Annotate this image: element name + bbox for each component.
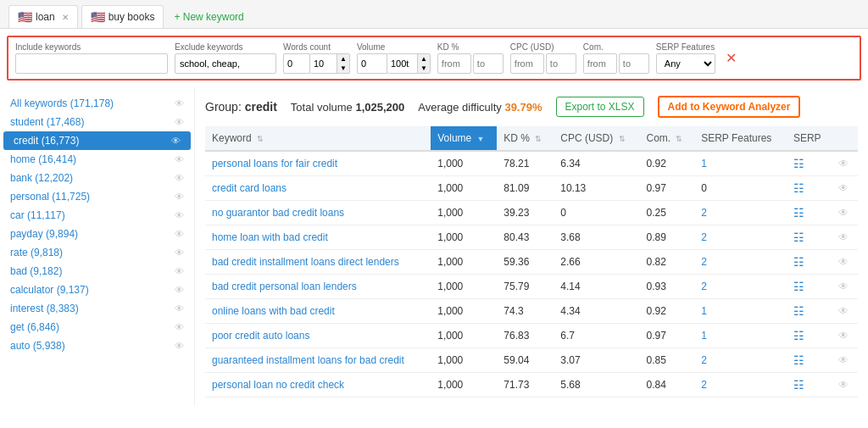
eye-icon-row-1[interactable]: 👁 bbox=[838, 182, 849, 194]
words-up[interactable]: ▲ bbox=[337, 54, 349, 64]
serp-features-link-4[interactable]: 2 bbox=[701, 256, 707, 268]
eye-icon-home[interactable]: 👁 bbox=[175, 154, 184, 164]
sidebar-item-student[interactable]: student (17,468) 👁 bbox=[0, 113, 194, 131]
eye-icon-personal[interactable]: 👁 bbox=[175, 192, 184, 202]
eye-icon-row-9[interactable]: 👁 bbox=[838, 379, 849, 391]
sidebar-item-home[interactable]: home (16,414) 👁 bbox=[0, 150, 194, 169]
com-from-input[interactable] bbox=[583, 53, 617, 74]
eye-icon-row-4[interactable]: 👁 bbox=[838, 256, 849, 268]
kd-from-input[interactable] bbox=[437, 53, 471, 74]
cell-eye-7[interactable]: 👁 bbox=[832, 324, 858, 348]
words-spinner[interactable]: ▲ ▼ bbox=[337, 53, 350, 74]
serp-doc-icon-9[interactable]: ☷ bbox=[793, 378, 804, 392]
sidebar-item-auto[interactable]: auto (5,938) 👁 bbox=[0, 336, 194, 355]
cpc-from-input[interactable] bbox=[510, 53, 544, 74]
serp-features-link-3[interactable]: 2 bbox=[701, 231, 707, 243]
volume-from-input[interactable] bbox=[357, 53, 387, 74]
cell-eye-6[interactable]: 👁 bbox=[832, 299, 858, 324]
serp-features-link-6[interactable]: 1 bbox=[701, 305, 707, 317]
close-tab-loan[interactable]: ✕ bbox=[62, 13, 69, 22]
eye-icon-bad[interactable]: 👁 bbox=[175, 266, 184, 276]
volume-to-input[interactable] bbox=[387, 53, 418, 74]
sidebar-item-payday[interactable]: payday (9,894) 👁 bbox=[0, 225, 194, 243]
add-to-analyzer-button[interactable]: Add to Keyword Analyzer bbox=[658, 96, 801, 118]
serp-doc-icon-0[interactable]: ☷ bbox=[793, 157, 804, 170]
keyword-link-8[interactable]: guaranteed installment loans for bad cre… bbox=[212, 354, 404, 366]
cell-eye-0[interactable]: 👁 bbox=[832, 151, 858, 176]
keyword-link-0[interactable]: personal loans for fair credit bbox=[212, 158, 337, 170]
serp-doc-icon-1[interactable]: ☷ bbox=[793, 181, 804, 195]
sidebar-item-interest[interactable]: interest (8,383) 👁 bbox=[0, 299, 194, 318]
serp-doc-icon-4[interactable]: ☷ bbox=[793, 255, 804, 269]
volume-down[interactable]: ▼ bbox=[418, 64, 430, 73]
serp-doc-icon-2[interactable]: ☷ bbox=[793, 206, 804, 220]
cell-eye-9[interactable]: 👁 bbox=[832, 373, 858, 397]
keyword-link-4[interactable]: bad credit installment loans direct lend… bbox=[212, 256, 399, 268]
sidebar-item-personal[interactable]: personal (11,725) 👁 bbox=[0, 187, 194, 206]
keyword-link-1[interactable]: credit card loans bbox=[212, 182, 287, 194]
words-down[interactable]: ▼ bbox=[337, 64, 349, 73]
keyword-link-6[interactable]: online loans with bad credit bbox=[212, 305, 335, 317]
col-cpc[interactable]: CPC (USD) ⇅ bbox=[554, 126, 639, 151]
serp-features-link-1[interactable]: 0 bbox=[701, 182, 707, 194]
keyword-link-3[interactable]: home loan with bad credit bbox=[212, 231, 328, 243]
cell-eye-4[interactable]: 👁 bbox=[832, 250, 858, 275]
exclude-keywords-input[interactable] bbox=[175, 53, 276, 74]
eye-icon-credit[interactable]: 👁 bbox=[171, 136, 181, 146]
serp-doc-icon-6[interactable]: ☷ bbox=[793, 304, 804, 318]
sidebar-item-credit[interactable]: credit (16,773) 👁 bbox=[3, 131, 191, 150]
tab-loan[interactable]: 🇺🇸 loan ✕ bbox=[8, 5, 78, 28]
col-keyword[interactable]: Keyword ⇅ bbox=[205, 126, 431, 151]
eye-icon-row-2[interactable]: 👁 bbox=[838, 207, 849, 219]
sidebar-item-get[interactable]: get (6,846) 👁 bbox=[0, 318, 194, 336]
serp-doc-icon-7[interactable]: ☷ bbox=[793, 329, 804, 342]
eye-icon-car[interactable]: 👁 bbox=[175, 210, 184, 220]
new-keyword-button[interactable]: New keyword bbox=[167, 7, 250, 27]
cell-eye-2[interactable]: 👁 bbox=[832, 201, 858, 225]
eye-icon-row-0[interactable]: 👁 bbox=[838, 158, 849, 170]
eye-icon-row-3[interactable]: 👁 bbox=[838, 231, 849, 243]
serp-doc-icon-3[interactable]: ☷ bbox=[793, 231, 804, 244]
eye-icon-bank[interactable]: 👁 bbox=[175, 173, 184, 183]
eye-icon-auto[interactable]: 👁 bbox=[175, 341, 184, 351]
eye-icon-rate[interactable]: 👁 bbox=[175, 247, 184, 258]
keyword-link-9[interactable]: personal loan no credit check bbox=[212, 379, 344, 391]
eye-icon-row-6[interactable]: 👁 bbox=[838, 305, 849, 317]
sidebar-item-bad[interactable]: bad (9,182) 👁 bbox=[0, 262, 194, 281]
keyword-link-2[interactable]: no guarantor bad credit loans bbox=[212, 207, 344, 219]
sidebar-item-bank[interactable]: bank (12,202) 👁 bbox=[0, 169, 194, 187]
com-to-input[interactable] bbox=[619, 53, 649, 74]
cell-eye-8[interactable]: 👁 bbox=[832, 348, 858, 373]
cell-eye-1[interactable]: 👁 bbox=[832, 176, 858, 201]
eye-icon-row-8[interactable]: 👁 bbox=[838, 354, 849, 366]
eye-icon-all[interactable]: 👁 bbox=[175, 98, 184, 108]
keyword-link-7[interactable]: poor credit auto loans bbox=[212, 330, 309, 342]
volume-spinner[interactable]: ▲ ▼ bbox=[418, 53, 431, 74]
col-com[interactable]: Com. ⇅ bbox=[639, 126, 694, 151]
serp-doc-icon-5[interactable]: ☷ bbox=[793, 280, 804, 293]
col-volume[interactable]: Volume ▼ bbox=[431, 126, 497, 151]
eye-icon-student[interactable]: 👁 bbox=[175, 117, 184, 127]
serp-features-link-0[interactable]: 1 bbox=[701, 158, 707, 170]
eye-icon-interest[interactable]: 👁 bbox=[175, 303, 184, 314]
kd-to-input[interactable] bbox=[473, 53, 504, 74]
cpc-to-input[interactable] bbox=[546, 53, 576, 74]
serp-doc-icon-8[interactable]: ☷ bbox=[793, 353, 804, 367]
export-button[interactable]: Export to XLSX bbox=[556, 97, 644, 117]
serp-features-link-7[interactable]: 1 bbox=[701, 330, 707, 342]
eye-icon-calculator[interactable]: 👁 bbox=[175, 285, 184, 295]
eye-icon-row-5[interactable]: 👁 bbox=[838, 281, 849, 292]
eye-icon-get[interactable]: 👁 bbox=[175, 322, 184, 332]
eye-icon-payday[interactable]: 👁 bbox=[175, 229, 184, 239]
cell-eye-5[interactable]: 👁 bbox=[832, 275, 858, 299]
sidebar-item-calculator[interactable]: calculator (9,137) 👁 bbox=[0, 281, 194, 299]
serp-features-link-5[interactable]: 2 bbox=[701, 281, 707, 292]
sidebar-item-rate[interactable]: rate (9,818) 👁 bbox=[0, 243, 194, 262]
cell-eye-3[interactable]: 👁 bbox=[832, 225, 858, 250]
tab-buy-books[interactable]: 🇺🇸 buy books bbox=[81, 5, 164, 28]
col-kd[interactable]: KD % ⇅ bbox=[497, 126, 554, 151]
eye-icon-row-7[interactable]: 👁 bbox=[838, 330, 849, 342]
words-from-input[interactable] bbox=[283, 53, 310, 74]
volume-up[interactable]: ▲ bbox=[418, 54, 430, 64]
serp-features-link-2[interactable]: 2 bbox=[701, 207, 707, 219]
